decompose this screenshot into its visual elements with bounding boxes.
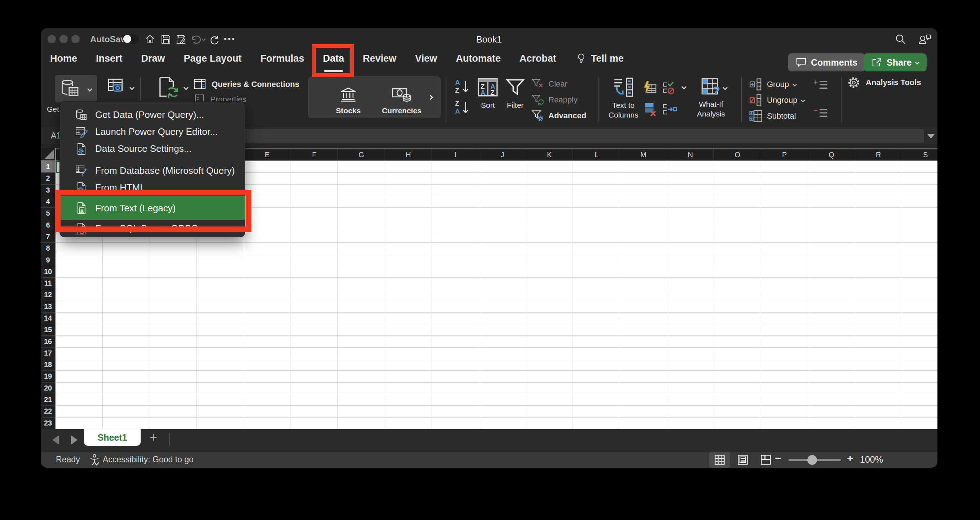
analysis-tools-button[interactable]: Analysis Tools — [847, 76, 921, 89]
subtotal-button[interactable]: Subtotal — [749, 110, 796, 122]
group-button[interactable]: Group — [749, 78, 796, 91]
queries-connections-button[interactable]: Queries & Connections — [194, 79, 299, 90]
data-validation-button[interactable] — [662, 80, 677, 95]
ribbon-tab[interactable]: Tell me — [575, 52, 624, 65]
row-header[interactable]: 16 — [41, 336, 55, 347]
more-commands-icon[interactable] — [223, 37, 235, 41]
show-detail-button[interactable] — [813, 78, 829, 92]
sort-button[interactable]: ZA AZ Sort — [475, 76, 501, 110]
row-header[interactable]: 20 — [41, 383, 55, 394]
add-sheet-button[interactable]: + — [150, 430, 157, 445]
zoom-window-icon[interactable] — [72, 35, 80, 43]
text-to-columns-button[interactable]: Text to Columns — [603, 76, 644, 120]
ribbon-tab[interactable]: Formulas — [260, 53, 304, 64]
row-header[interactable]: 17 — [41, 348, 55, 359]
get-data-button[interactable] — [55, 75, 97, 102]
consolidate-button[interactable] — [662, 102, 677, 117]
ribbon-tab[interactable]: Page Layout — [184, 53, 242, 64]
ribbon-tab[interactable]: Data — [323, 53, 344, 64]
minimize-window-icon[interactable] — [59, 35, 68, 43]
ribbon-tab[interactable]: Home — [50, 53, 77, 64]
hide-detail-button[interactable] — [813, 106, 829, 120]
column-header[interactable]: F — [291, 149, 338, 161]
remove-duplicates-button[interactable] — [642, 102, 657, 117]
sheet-tab-sheet1[interactable]: Sheet1 — [84, 429, 141, 446]
status-accessibility[interactable]: Accessibility: Good to go — [103, 455, 194, 464]
undo-menu-chevron-icon[interactable] — [202, 37, 205, 41]
menu-item[interactable]: From Database (Microsoft Query) — [60, 162, 245, 179]
row-header[interactable]: 13 — [41, 301, 55, 313]
column-header[interactable]: I — [432, 149, 479, 161]
account-icon[interactable] — [918, 33, 932, 46]
gallery-more-icon[interactable] — [428, 95, 433, 100]
row-header[interactable]: 5 — [41, 208, 55, 219]
ribbon-tab[interactable]: Insert — [96, 53, 123, 64]
share-button[interactable]: Share — [864, 53, 927, 72]
column-header[interactable]: L — [573, 149, 620, 161]
row-header[interactable]: 21 — [41, 394, 55, 406]
refresh-all-chevron-icon[interactable] — [183, 85, 189, 90]
row-header[interactable]: 18 — [41, 359, 55, 371]
autosave-toggle[interactable] — [123, 34, 139, 44]
menu-item[interactable]: From Text (Legacy) — [60, 196, 245, 220]
row-header[interactable]: 10 — [41, 266, 55, 278]
row-header[interactable]: 15 — [41, 324, 55, 336]
ribbon-tab[interactable]: Acrobat — [520, 53, 556, 64]
column-header[interactable]: K — [526, 149, 573, 161]
row-header[interactable]: 4 — [41, 196, 55, 208]
row-header[interactable]: 6 — [41, 219, 55, 231]
row-header[interactable]: 22 — [41, 406, 55, 417]
undo-icon[interactable] — [189, 33, 201, 45]
advanced-filter-button[interactable]: Advanced — [531, 110, 586, 121]
search-icon[interactable] — [894, 33, 907, 45]
currencies-data-type[interactable]: Currencies — [375, 80, 429, 115]
select-all-corner[interactable] — [41, 148, 56, 161]
data-validation-chevron-icon[interactable] — [681, 84, 687, 89]
zoom-in-button[interactable]: + — [847, 452, 853, 464]
what-if-analysis-button[interactable]: ? What-If Analysis — [692, 76, 730, 119]
prev-sheet-icon[interactable] — [52, 435, 59, 445]
next-sheet-icon[interactable] — [71, 435, 78, 445]
normal-view-button[interactable] — [709, 452, 730, 468]
column-header[interactable]: R — [855, 149, 902, 161]
column-header[interactable]: M — [620, 149, 667, 161]
close-window-icon[interactable] — [48, 35, 56, 43]
sort-za-button[interactable]: ZA — [454, 99, 470, 117]
zoom-slider-thumb[interactable] — [807, 455, 817, 465]
row-header[interactable]: 3 — [41, 184, 55, 196]
menu-item[interactable]: From SQL Server ODBC — [60, 220, 245, 237]
ungroup-button[interactable]: Ungroup — [749, 94, 804, 107]
row-header[interactable]: 14 — [41, 313, 55, 324]
page-break-view-button[interactable] — [756, 452, 776, 468]
save-icon[interactable] — [160, 33, 172, 45]
from-picture-chevron-icon[interactable] — [129, 85, 135, 90]
sort-az-button[interactable]: AZ — [454, 78, 470, 96]
zoom-level[interactable]: 100% — [860, 454, 883, 465]
ribbon-tab[interactable]: Draw — [142, 53, 165, 64]
formula-bar-dropdown-icon[interactable] — [927, 134, 935, 138]
row-header[interactable]: 11 — [41, 278, 55, 289]
stocks-data-type[interactable]: Stocks — [321, 80, 375, 115]
menu-item[interactable]: Launch Power Query Editor... — [60, 123, 245, 140]
row-header[interactable]: 7 — [41, 231, 55, 243]
row-header[interactable]: 23 — [41, 418, 55, 429]
flash-fill-button[interactable] — [642, 80, 657, 95]
column-header[interactable]: Q — [808, 149, 855, 161]
accessibility-icon[interactable] — [89, 454, 100, 466]
column-header[interactable]: N — [667, 149, 714, 161]
column-header[interactable]: G — [338, 149, 385, 161]
menu-item[interactable]: From HTML — [60, 179, 245, 196]
row-header[interactable]: 8 — [41, 243, 55, 254]
column-header[interactable]: H — [385, 149, 432, 161]
row-header[interactable]: 19 — [41, 371, 55, 382]
menu-item[interactable]: Get Data (Power Query)... — [60, 107, 245, 123]
row-header[interactable]: 2 — [41, 173, 55, 184]
ribbon-tab[interactable]: Review — [363, 53, 396, 64]
zoom-out-button[interactable]: − — [775, 452, 781, 464]
row-header[interactable]: 12 — [41, 289, 55, 301]
ribbon-tab[interactable]: View — [415, 53, 437, 64]
column-header[interactable]: S — [902, 149, 937, 161]
from-picture-button[interactable] — [107, 76, 127, 97]
page-layout-view-button[interactable] — [732, 452, 753, 468]
column-header[interactable]: E — [244, 149, 291, 161]
